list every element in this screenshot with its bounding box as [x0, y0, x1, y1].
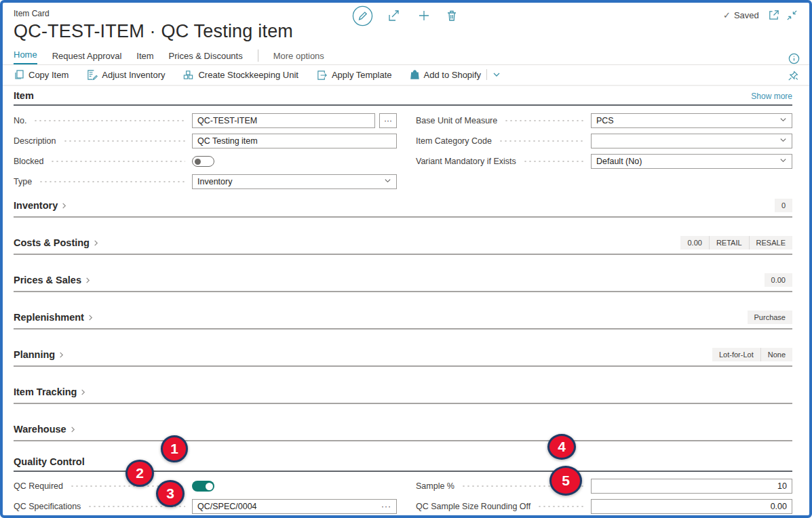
- base-unit-label: Base Unit of Measure: [416, 116, 497, 125]
- annotation-badge-4: 4: [547, 434, 576, 460]
- variant-mandatory-label: Variant Mandatory if Exists: [416, 157, 516, 166]
- show-more-link[interactable]: Show more: [751, 92, 792, 101]
- field-row-variant-mandatory: Variant Mandatory if Exists Default (No): [416, 154, 792, 169]
- section-planning[interactable]: Planning Lot-for-Lot None: [14, 347, 792, 367]
- section-costs-posting[interactable]: Costs & Posting 0.00 RETAIL RESALE: [14, 235, 792, 255]
- create-stockkeeping-unit-label: Create Stockkeeping Unit: [198, 70, 298, 80]
- field-row-blocked: Blocked: [14, 154, 397, 169]
- chevron-down-icon: [384, 177, 391, 186]
- popout-icon[interactable]: [767, 9, 780, 22]
- menu-tabs: Home Request Approval Item Prices & Disc…: [14, 48, 324, 64]
- chevron-down-icon: [779, 116, 787, 125]
- qc-specifications-input[interactable]: QC/SPEC/0004 ···: [192, 499, 397, 514]
- tabs-divider: [258, 49, 258, 62]
- card-content: Item Show more No. QC-TEST-ITEM ··· Desc…: [3, 85, 809, 515]
- field-row-item-category: Item Category Code: [416, 134, 792, 148]
- variant-mandatory-select[interactable]: Default (No): [591, 154, 792, 169]
- tab-home[interactable]: Home: [14, 49, 37, 64]
- cost-badge: 0.00: [680, 236, 708, 250]
- pin-icon[interactable]: [787, 70, 799, 82]
- page-title: QC-TEST-ITEM · QC Testing item: [14, 21, 293, 42]
- base-unit-select[interactable]: PCS: [591, 113, 792, 128]
- copy-icon: [14, 69, 24, 80]
- warehouse-title: Warehouse: [14, 424, 66, 435]
- chevron-right-icon: [79, 386, 87, 399]
- action-divider: [486, 69, 487, 80]
- stockkeeping-unit-icon: [182, 69, 194, 81]
- qc-required-label: QC Required: [14, 481, 63, 491]
- replenishment-title: Replenishment: [14, 312, 84, 323]
- collapse-icon[interactable]: [786, 9, 798, 22]
- chevron-right-icon: [87, 312, 94, 324]
- apply-template-button[interactable]: Apply Template: [316, 69, 392, 81]
- replenishment-badge: Purchase: [748, 311, 792, 324]
- info-icon[interactable]: [788, 53, 800, 64]
- share-icon[interactable]: [387, 9, 401, 22]
- item-tracking-title: Item Tracking: [14, 386, 77, 397]
- sample-pct-input[interactable]: 10: [591, 479, 792, 494]
- no-label: No.: [14, 116, 26, 125]
- section-warehouse[interactable]: Warehouse: [14, 422, 792, 441]
- qc-specifications-label: QC Specifications: [14, 502, 81, 511]
- chevron-down-icon: [779, 136, 787, 146]
- section-replenishment[interactable]: Replenishment Purchase: [14, 310, 792, 330]
- tabs-separator-line: [3, 64, 809, 65]
- copy-item-label: Copy Item: [28, 70, 69, 80]
- item-category-select[interactable]: [591, 134, 792, 148]
- adjust-inventory-label: Adjust Inventory: [102, 70, 165, 80]
- page-caption: Item Card: [14, 9, 50, 18]
- qc-required-toggle[interactable]: [192, 481, 214, 492]
- chevron-down-icon[interactable]: [492, 71, 501, 79]
- chevron-right-icon: [58, 349, 65, 361]
- tab-more-options[interactable]: More options: [273, 51, 324, 64]
- description-input[interactable]: QC Testing item: [192, 134, 397, 148]
- item-section-title: Item: [14, 90, 34, 101]
- tab-request-approval[interactable]: Request Approval: [52, 51, 122, 64]
- qc-section-title: Quality Control: [14, 456, 85, 467]
- chevron-down-icon: [779, 157, 787, 166]
- field-row-type: Type Inventory: [14, 174, 397, 189]
- blocked-toggle[interactable]: [192, 156, 214, 167]
- planning-title: Planning: [14, 349, 55, 360]
- field-row-description: Description QC Testing item: [14, 134, 397, 148]
- no-input[interactable]: QC-TEST-ITEM: [192, 113, 375, 128]
- create-stockkeeping-unit-button[interactable]: Create Stockkeeping Unit: [182, 69, 298, 81]
- section-prices-sales[interactable]: Prices & Sales 0.00: [14, 273, 792, 292]
- field-row-no: No. QC-TEST-ITEM ···: [14, 113, 397, 128]
- tracking-policy-badge: None: [760, 348, 792, 361]
- dotted-leader: [33, 120, 185, 121]
- add-to-shopify-label: Add to Shopify: [424, 70, 482, 80]
- adjust-inventory-button[interactable]: Adjust Inventory: [86, 69, 165, 81]
- field-row-qc-required: QC Required: [14, 479, 397, 494]
- action-bar: Copy Item Adjust Inventory Create Stockk…: [14, 66, 501, 83]
- description-label: Description: [14, 136, 56, 146]
- type-select[interactable]: Inventory: [192, 174, 397, 189]
- no-assist-button[interactable]: ···: [379, 113, 397, 128]
- add-to-shopify-button[interactable]: Add to Shopify: [410, 69, 482, 80]
- qc-specifications-assist[interactable]: ···: [381, 502, 391, 511]
- dotted-leader: [39, 181, 185, 182]
- apply-template-label: Apply Template: [332, 70, 392, 80]
- copy-item-button[interactable]: Copy Item: [14, 69, 69, 80]
- sample-pct-label: Sample %: [416, 481, 455, 491]
- check-icon: ✓: [723, 10, 731, 20]
- prices-sales-title: Prices & Sales: [14, 275, 81, 285]
- dotted-leader: [63, 140, 185, 142]
- tab-item[interactable]: Item: [136, 51, 153, 64]
- save-status: ✓ Saved: [723, 10, 759, 20]
- new-icon[interactable]: [417, 9, 431, 22]
- field-row-qc-rounding: QC Sample Size Rounding Off 0.00: [416, 499, 792, 514]
- tab-prices-discounts[interactable]: Prices & Discounts: [169, 51, 243, 64]
- chevron-right-icon: [69, 424, 77, 436]
- add-to-shopify-group: Add to Shopify: [410, 69, 501, 80]
- dotted-leader: [537, 506, 584, 507]
- edit-button[interactable]: [352, 5, 373, 26]
- delete-icon[interactable]: [445, 9, 459, 22]
- item-card-window: Item Card ✓ Saved QC-TEST-ITEM ·: [0, 0, 812, 518]
- qc-rounding-input[interactable]: 0.00: [591, 499, 792, 514]
- apply-template-icon: [316, 69, 328, 81]
- shopify-bag-icon: [410, 69, 420, 80]
- dotted-leader: [504, 120, 584, 121]
- section-item-tracking[interactable]: Item Tracking: [14, 384, 792, 404]
- section-inventory[interactable]: Inventory 0: [14, 198, 792, 218]
